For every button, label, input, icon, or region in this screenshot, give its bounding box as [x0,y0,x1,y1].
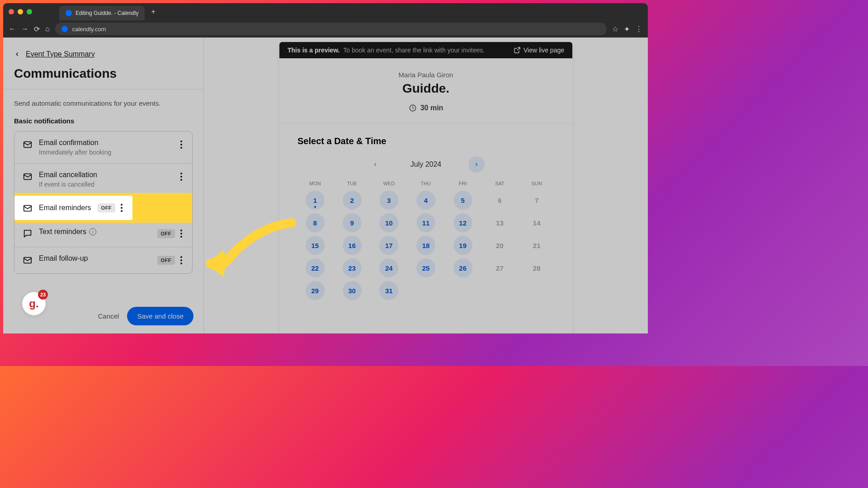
preview-banner: This is a preview. To book an event, sha… [279,42,572,58]
day-cell[interactable]: 15 [306,236,325,255]
item-subtitle: Immediately after booking [39,149,172,156]
cancel-button[interactable]: Cancel [98,312,119,320]
notification-item[interactable]: Email follow-upOFF [14,247,192,273]
day-cell: 6 [490,191,509,210]
banner-bold: This is a preview. [288,47,340,54]
day-cell[interactable]: 29 [306,281,325,300]
home-icon[interactable]: ⌂ [45,25,50,33]
day-cell[interactable]: 16 [343,236,362,255]
item-menu-button[interactable] [179,171,184,183]
day-cell[interactable]: 3 [379,191,398,210]
external-link-icon [514,47,521,54]
chevron-left-icon [373,162,378,167]
footer-actions: Cancel Save and close [98,307,193,325]
day-cell[interactable]: 26 [453,258,472,277]
section-heading: Basic notifications [14,117,193,125]
day-cell[interactable]: 18 [416,236,435,255]
notification-item[interactable]: Text remindersiOFF [14,221,192,247]
month-label: July 2024 [410,160,442,169]
day-cell[interactable]: 25 [416,258,435,277]
banner-text: To book an event, share the link with yo… [343,47,485,54]
day-cell: 13 [490,213,509,232]
days-grid: 1234567891011121314151617181920212223242… [297,191,554,300]
guidde-badge[interactable]: g. 23 [22,292,46,315]
day-cell[interactable]: 17 [379,236,398,255]
new-tab-button[interactable]: + [151,8,155,16]
item-subtitle: If event is cancelled [39,181,172,188]
info-icon[interactable]: i [89,228,96,235]
reload-icon[interactable]: ⟳ [34,25,40,33]
day-cell[interactable]: 9 [343,213,362,232]
extensions-icon[interactable]: ✦ [624,25,630,33]
nav-toolbar: ← → ⟳ ⌂ calendly.com ☆ ✦ ⋮ [3,20,648,38]
chat-icon [23,229,33,239]
weekday-label: WED [371,181,406,186]
item-menu-button[interactable] [119,202,124,214]
notification-item[interactable]: Email remindersOFF [14,196,192,221]
weekday-label: THU [408,181,443,186]
mail-icon [23,172,33,182]
day-cell[interactable]: 1 [306,191,325,210]
tab-title: Editing Guidde. - Calendly [75,10,138,16]
page-title: Communications [14,66,193,81]
day-cell: 27 [490,258,509,277]
chevron-right-icon [474,162,479,167]
minimize-window-icon[interactable] [18,9,23,14]
maximize-window-icon[interactable] [27,9,32,14]
back-link-text: Event Type Summary [26,50,95,58]
day-cell: 21 [527,236,546,255]
day-cell[interactable]: 12 [453,213,472,232]
day-cell[interactable]: 4 [416,191,435,210]
back-icon[interactable]: ← [9,25,16,33]
guidde-count: 23 [38,290,48,300]
weekday-row: MONTUEWEDTHUFRISATSUN [297,181,554,186]
day-cell[interactable]: 22 [306,258,325,277]
off-badge: OFF [98,203,116,212]
day-cell[interactable]: 2 [343,191,362,210]
browser-tab[interactable]: Editing Guidde. - Calendly [59,6,145,20]
calendar-title: Select a Date & Time [297,136,554,146]
page-description: Send automatic communications for your e… [14,99,193,107]
notification-list: Email confirmationImmediately after book… [14,131,193,274]
day-cell[interactable]: 5 [453,191,472,210]
close-window-icon[interactable] [9,9,14,14]
item-menu-button[interactable] [179,254,184,266]
day-cell[interactable]: 19 [453,236,472,255]
mail-icon [23,203,33,213]
back-link[interactable]: Event Type Summary [14,50,193,58]
off-badge: OFF [157,229,175,238]
chevron-left-icon [14,51,20,57]
notification-item[interactable]: Email confirmationImmediately after book… [14,131,192,164]
url-bar[interactable]: calendly.com [55,23,607,35]
event-header: Maria Paula Giron Guidde. 30 min [279,58,572,123]
item-menu-button[interactable] [179,228,184,239]
day-cell[interactable]: 11 [416,213,435,232]
day-cell[interactable]: 23 [343,258,362,277]
calendar-section: Select a Date & Time July 2024 MONTUEWED… [279,123,572,313]
day-cell[interactable]: 31 [379,281,398,300]
notification-item[interactable]: Email cancellationIf event is cancelled [14,164,192,196]
day-cell[interactable]: 30 [343,281,362,300]
view-live-link[interactable]: View live page [514,47,564,54]
guidde-letter: g. [29,297,38,310]
view-live-text: View live page [524,47,564,54]
day-cell[interactable]: 24 [379,258,398,277]
forward-icon[interactable]: → [21,25,28,33]
day-cell[interactable]: 10 [379,213,398,232]
clock-icon [409,104,417,112]
settings-sidebar: Event Type Summary Communications Send a… [3,38,204,333]
weekday-label: TUE [335,181,370,186]
event-title: Guidde. [279,81,572,96]
window-controls [9,9,32,14]
day-cell[interactable]: 8 [306,213,325,232]
off-badge: OFF [157,256,175,265]
next-month-button[interactable] [468,156,485,173]
save-button[interactable]: Save and close [127,307,193,325]
menu-icon[interactable]: ⋮ [635,25,642,33]
star-icon[interactable]: ☆ [612,25,618,33]
prev-month-button[interactable] [367,156,383,173]
page-content: Event Type Summary Communications Send a… [3,38,648,333]
duration-text: 30 min [420,104,443,112]
weekday-label: FRI [445,181,481,186]
item-menu-button[interactable] [179,139,184,150]
